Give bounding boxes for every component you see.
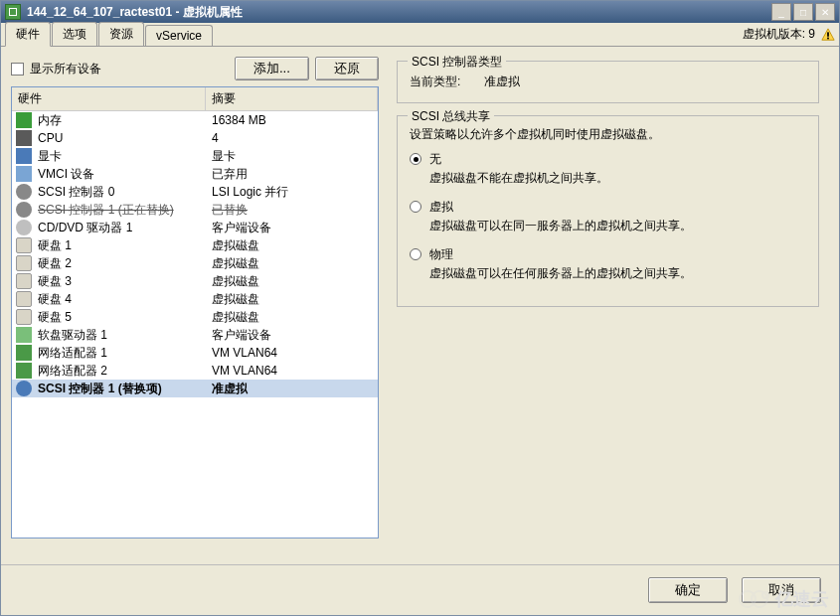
title-bar: 144_12_64_107_ractest01 - 虚拟机属性 _ □ ✕ (1, 1, 839, 23)
bus-sharing-option: 虚拟虚拟磁盘可以在同一服务器上的虚拟机之间共享。 (410, 199, 806, 234)
hardware-row[interactable]: 网络适配器 1VM VLAN64 (12, 344, 378, 362)
hardware-row[interactable]: 硬盘 4虚拟磁盘 (12, 290, 378, 308)
restore-button[interactable]: 还原 (315, 57, 379, 80)
hardware-summary: 客户端设备 (212, 327, 374, 344)
radio-label: 虚拟 (429, 199, 806, 216)
hardware-name: VMCI 设备 (38, 166, 212, 183)
left-panel: 显示所有设备 添加... 还原 硬件 摘要 内存16384 MBCPU4显卡显卡… (11, 57, 379, 539)
hardware-summary: 客户端设备 (212, 220, 374, 236)
hardware-summary: LSI Logic 并行 (212, 184, 374, 201)
hardware-name: CPU (38, 131, 212, 145)
hardware-summary: 已弃用 (212, 166, 374, 183)
hardware-row[interactable]: 网络适配器 2VM VLAN64 (12, 362, 378, 380)
hardware-row[interactable]: SCSI 控制器 0LSI Logic 并行 (12, 183, 378, 201)
hardware-row[interactable]: VMCI 设备已弃用 (12, 165, 378, 183)
minimize-button[interactable]: _ (771, 3, 791, 21)
hardware-name: SCSI 控制器 0 (38, 184, 212, 201)
vm-version-label: 虚拟机版本: 9 (743, 26, 815, 43)
floppy-icon (16, 327, 32, 343)
current-type-label: 当前类型: (410, 74, 460, 90)
ok-button[interactable]: 确定 (648, 577, 728, 603)
hardware-summary: 已替换 (212, 202, 374, 219)
radio-label: 无 (429, 151, 806, 168)
bus-sharing-radio-group: 无虚拟磁盘不能在虚拟机之间共享。虚拟虚拟磁盘可以在同一服务器上的虚拟机之间共享。… (410, 151, 806, 282)
hardware-summary: 虚拟磁盘 (212, 309, 374, 326)
hardware-row[interactable]: CPU4 (12, 129, 378, 147)
hardware-list-body[interactable]: 内存16384 MBCPU4显卡显卡VMCI 设备已弃用SCSI 控制器 0LS… (12, 111, 378, 538)
radio-desc: 虚拟磁盘可以在任何服务器上的虚拟机之间共享。 (429, 265, 806, 282)
scsi-icon (16, 381, 32, 396)
tab-resources[interactable]: 资源 (98, 22, 144, 46)
radio-label: 物理 (429, 246, 806, 263)
hardware-row[interactable]: SCSI 控制器 1 (正在替换)已替换 (12, 201, 378, 219)
scsi-icon (16, 202, 32, 218)
tab-hardware[interactable]: 硬件 (5, 22, 51, 47)
nic-icon (16, 363, 32, 379)
disk-icon (16, 309, 32, 325)
top-controls: 显示所有设备 添加... 还原 (11, 57, 379, 80)
show-all-checkbox[interactable] (11, 63, 24, 76)
radio-button[interactable] (410, 153, 421, 165)
hardware-row[interactable]: 软盘驱动器 1客户端设备 (12, 326, 378, 344)
hardware-name: CD/DVD 驱动器 1 (38, 220, 212, 236)
radio-desc: 虚拟磁盘可以在同一服务器上的虚拟机之间共享。 (429, 218, 806, 234)
radio-text: 虚拟虚拟磁盘可以在同一服务器上的虚拟机之间共享。 (429, 199, 806, 234)
hardware-row[interactable]: SCSI 控制器 1 (替换项)准虚拟 (12, 380, 378, 397)
bus-sharing-desc: 设置策略以允许多个虚拟机同时使用虚拟磁盘。 (410, 126, 806, 143)
hardware-summary: 虚拟磁盘 (212, 273, 374, 290)
hardware-summary: 4 (212, 131, 374, 145)
hardware-summary: 准虚拟 (212, 381, 374, 397)
hardware-row[interactable]: 硬盘 5虚拟磁盘 (12, 308, 378, 326)
memory-icon (16, 112, 32, 128)
show-all-label: 显示所有设备 (30, 61, 101, 77)
cd-icon (16, 220, 32, 235)
hardware-row[interactable]: 硬盘 2虚拟磁盘 (12, 254, 378, 272)
radio-button[interactable] (410, 201, 421, 213)
svg-rect-4 (827, 37, 829, 39)
col-summary[interactable]: 摘要 (206, 87, 378, 110)
radio-button[interactable] (410, 248, 421, 260)
hardware-row[interactable]: 内存16384 MB (12, 111, 378, 129)
hardware-name: 硬盘 2 (38, 255, 212, 272)
hardware-summary: 虚拟磁盘 (212, 255, 374, 272)
vm-properties-window: 144_12_64_107_ractest01 - 虚拟机属性 _ □ ✕ 硬件… (0, 0, 840, 616)
hardware-summary: 显卡 (212, 148, 374, 165)
col-hardware[interactable]: 硬件 (12, 87, 206, 110)
hardware-name: 网络适配器 2 (38, 363, 212, 380)
hardware-row[interactable]: 显卡显卡 (12, 147, 378, 165)
hardware-summary: VM VLAN64 (212, 364, 374, 378)
hardware-name: 硬盘 5 (38, 309, 212, 326)
app-icon (5, 4, 21, 20)
scsi-controller-type-group: SCSI 控制器类型 当前类型: 准虚拟 (397, 61, 819, 103)
version-area: 虚拟机版本: 9 (743, 26, 835, 46)
hardware-list: 硬件 摘要 内存16384 MBCPU4显卡显卡VMCI 设备已弃用SCSI 控… (11, 86, 379, 539)
window-controls: _ □ ✕ (771, 3, 835, 21)
hardware-name: 硬盘 4 (38, 291, 212, 308)
dialog-footer: 确定 取消 (1, 564, 839, 615)
tab-options[interactable]: 选项 (52, 22, 97, 46)
hardware-name: 显卡 (38, 148, 212, 165)
hardware-row[interactable]: 硬盘 3虚拟磁盘 (12, 272, 378, 290)
tab-bar: 硬件 选项 资源 vService 虚拟机版本: 9 (1, 23, 839, 47)
maximize-button[interactable]: □ (793, 3, 813, 21)
close-button[interactable]: ✕ (815, 3, 835, 21)
hardware-name: 内存 (38, 112, 212, 129)
nic-icon (16, 345, 32, 361)
cancel-button[interactable]: 取消 (742, 577, 821, 603)
svg-rect-1 (10, 9, 16, 15)
hardware-name: 硬盘 1 (38, 237, 212, 254)
bus-sharing-legend: SCSI 总线共享 (408, 108, 494, 125)
hardware-row[interactable]: CD/DVD 驱动器 1客户端设备 (12, 219, 378, 236)
radio-text: 物理虚拟磁盘可以在任何服务器上的虚拟机之间共享。 (429, 246, 806, 282)
hardware-row[interactable]: 硬盘 1虚拟磁盘 (12, 236, 378, 254)
scsi-icon (16, 184, 32, 200)
tab-vservice[interactable]: vService (145, 25, 213, 46)
controller-type-legend: SCSI 控制器类型 (408, 54, 506, 71)
hardware-name: 网络适配器 1 (38, 345, 212, 362)
radio-desc: 虚拟磁盘不能在虚拟机之间共享。 (429, 170, 806, 187)
hardware-name: 软盘驱动器 1 (38, 327, 212, 344)
add-button[interactable]: 添加... (235, 57, 309, 80)
bus-sharing-option: 无虚拟磁盘不能在虚拟机之间共享。 (410, 151, 806, 187)
hardware-summary: VM VLAN64 (212, 346, 374, 360)
svg-rect-3 (827, 32, 829, 36)
